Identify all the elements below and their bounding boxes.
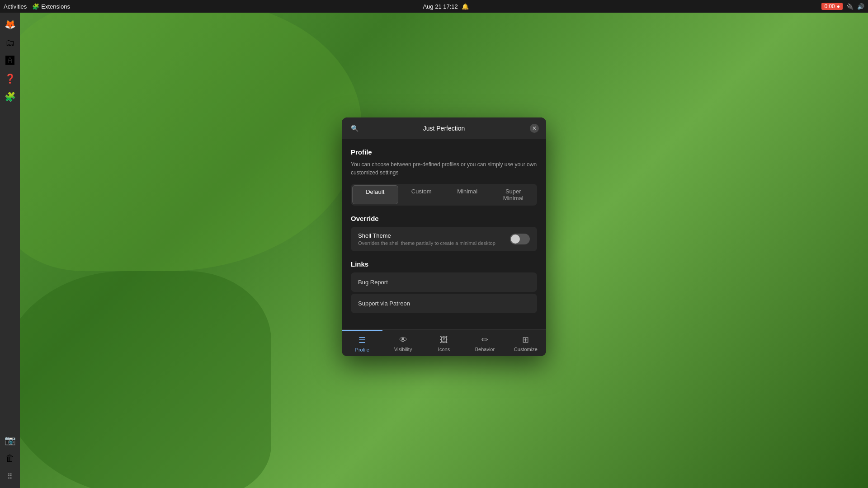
tab-custom[interactable]: Custom — [399, 185, 444, 204]
network-icon: 🔌 — [846, 3, 854, 10]
close-button[interactable]: ✕ — [530, 124, 539, 133]
search-button[interactable]: 🔍 — [349, 123, 360, 134]
bug-report-link[interactable]: Bug Report — [351, 272, 537, 292]
just-perfection-dialog: 🔍 Just Perfection ✕ Profile You can choo… — [342, 117, 546, 356]
sidebar-item-files[interactable]: 🗂 — [2, 34, 18, 51]
dialog-footer: ☰ Profile 👁 Visibility 🖼 Icons ✏ Behavio… — [342, 329, 546, 356]
footer-tab-behavior[interactable]: ✏ Behavior — [464, 330, 505, 356]
topbar: Activities 🧩 Extensions Aug 21 17:12 🔔 0… — [0, 0, 868, 13]
profile-description: You can choose between pre-defined profi… — [351, 160, 537, 177]
footer-tab-icons[interactable]: 🖼 Icons — [424, 331, 464, 356]
record-dot: ● — [837, 3, 840, 9]
visibility-nav-label: Visibility — [394, 347, 412, 352]
sidebar-item-extensions[interactable]: 🧩 — [2, 89, 18, 105]
extensions-button[interactable]: 🧩 Extensions — [32, 3, 70, 10]
volume-icon: 🔊 — [857, 3, 864, 10]
tab-super-minimal[interactable]: Super Minimal — [491, 185, 536, 204]
override-section: Override Shell Theme Overrides the shell… — [351, 215, 537, 251]
profile-tabs: Default Custom Minimal Super Minimal — [351, 184, 537, 206]
sidebar-item-screenshot[interactable]: 📷 — [2, 432, 18, 448]
customize-nav-label: Customize — [514, 347, 538, 352]
footer-tab-visibility[interactable]: 👁 Visibility — [382, 331, 423, 356]
sidebar: 🦊 🗂 🅰 ❓ 🧩 📷 🗑 ⠿ — [0, 13, 20, 488]
behavior-nav-label: Behavior — [475, 347, 495, 352]
behavior-nav-icon: ✏ — [481, 335, 488, 345]
toggle-thumb — [511, 235, 520, 244]
shell-theme-label: Shell Theme — [358, 232, 495, 239]
sidebar-item-software[interactable]: 🅰 — [2, 52, 18, 69]
tab-default[interactable]: Default — [352, 185, 398, 204]
footer-tab-profile[interactable]: ☰ Profile — [342, 330, 382, 356]
sidebar-item-firefox[interactable]: 🦊 — [2, 16, 18, 33]
sidebar-item-help[interactable]: ❓ — [2, 70, 18, 87]
links-section: Links Bug Report Support via Patreon — [351, 260, 537, 313]
dialog-titlebar: 🔍 Just Perfection ✕ — [342, 117, 546, 139]
dialog-overlay: 🔍 Just Perfection ✕ Profile You can choo… — [20, 13, 868, 488]
profile-section: Profile You can choose between pre-defin… — [351, 148, 537, 206]
alarm-icon: 🔔 — [462, 3, 469, 10]
visibility-nav-icon: 👁 — [399, 335, 407, 345]
profile-heading: Profile — [351, 148, 537, 156]
links-heading: Links — [351, 260, 537, 268]
shell-theme-card: Shell Theme Overrides the shell theme pa… — [351, 227, 537, 251]
dialog-title: Just Perfection — [376, 125, 512, 132]
override-heading: Override — [351, 215, 537, 222]
activities-button[interactable]: Activities — [4, 3, 27, 10]
icons-nav-icon: 🖼 — [440, 335, 448, 345]
shell-theme-toggle[interactable] — [510, 234, 530, 244]
shell-theme-info: Shell Theme Overrides the shell theme pa… — [358, 232, 495, 246]
profile-nav-label: Profile — [355, 347, 369, 352]
datetime-display: Aug 21 17:12 — [423, 3, 458, 10]
patreon-link[interactable]: Support via Patreon — [351, 294, 537, 313]
footer-tab-customize[interactable]: ⊞ Customize — [505, 330, 546, 356]
shell-theme-desc: Overrides the shell theme partially to c… — [358, 240, 495, 246]
extensions-icon: 🧩 — [32, 3, 39, 10]
profile-nav-icon: ☰ — [359, 335, 366, 345]
apps-grid-button[interactable]: ⠿ — [2, 468, 18, 484]
icons-nav-label: Icons — [438, 347, 450, 352]
sidebar-item-trash[interactable]: 🗑 — [2, 450, 18, 466]
tab-minimal[interactable]: Minimal — [445, 185, 490, 204]
record-badge: 0:00 ● — [821, 3, 843, 10]
dialog-body: Profile You can choose between pre-defin… — [342, 139, 546, 329]
customize-nav-icon: ⊞ — [522, 335, 529, 345]
